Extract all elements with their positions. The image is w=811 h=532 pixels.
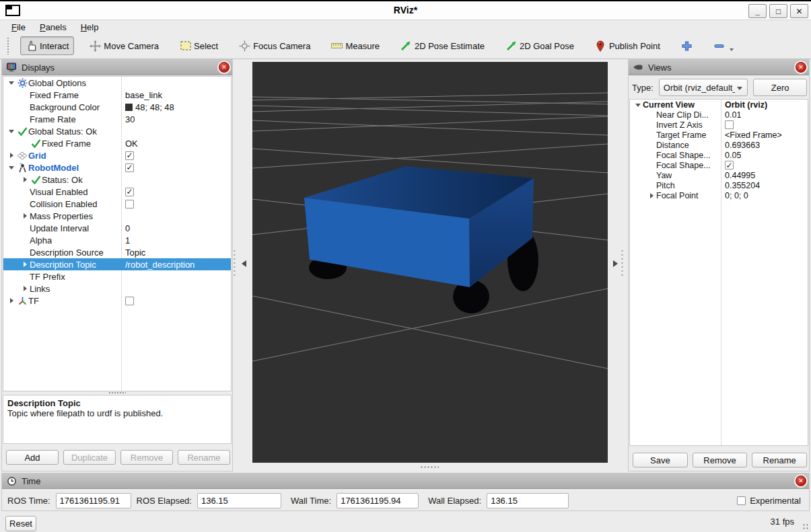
toolbar-2d-pose-estimate-button[interactable]: 2D Pose Estimate <box>395 36 490 55</box>
reset-button[interactable]: Reset <box>5 516 36 531</box>
property-value[interactable]: Topic <box>125 248 145 258</box>
tree-row-grid[interactable]: Grid <box>3 149 231 161</box>
tree-row-collision-enabled[interactable]: Collision Enabled <box>3 198 231 210</box>
toolbar-drag-handle[interactable] <box>7 37 10 54</box>
expander-icon[interactable] <box>6 153 16 158</box>
expander-icon[interactable] <box>20 286 30 291</box>
property-value[interactable]: 48; 48; 48 <box>135 102 174 112</box>
tree-row-near-clip-di[interactable]: Near Clip Di...0.01 <box>630 110 808 120</box>
tree-row-pitch[interactable]: Pitch0.355204 <box>630 180 808 190</box>
add-button[interactable]: Add <box>6 450 59 465</box>
toolbar-minus-button[interactable] <box>708 36 730 55</box>
menu-file[interactable]: File <box>10 22 27 32</box>
collapse-right-icon[interactable] <box>613 260 621 267</box>
chevron-down-icon[interactable] <box>730 48 734 53</box>
rename-button[interactable]: Rename <box>752 453 807 467</box>
property-value[interactable]: 0.44995 <box>725 171 755 180</box>
toolbar-publish-point-button[interactable]: Publish Point <box>590 36 666 55</box>
property-value[interactable]: 30 <box>125 114 135 124</box>
tree-row-focal-point[interactable]: Focal Point0; 0; 0 <box>630 190 808 200</box>
tree-row-mass-properties[interactable]: Mass Properties <box>3 210 231 222</box>
ros-time-field[interactable] <box>56 493 131 508</box>
robotmodel-checkbox[interactable] <box>125 163 134 172</box>
menu-help[interactable]: Help <box>79 22 100 32</box>
toolbar-interact-button[interactable]: Interact <box>20 36 74 55</box>
tree-row-yaw[interactable]: Yaw0.44995 <box>630 170 808 180</box>
tree-row-description-topic[interactable]: Description Topic/robot_description <box>3 258 231 270</box>
tree-row-background-color[interactable]: Background Color48; 48; 48 <box>3 101 231 113</box>
toolbar-plus-button[interactable] <box>676 36 698 55</box>
menu-panels[interactable]: Panels <box>38 22 68 32</box>
expander-icon[interactable] <box>20 262 30 267</box>
tree-row-robotmodel[interactable]: RobotModel <box>3 161 231 174</box>
expander-icon[interactable] <box>6 298 16 303</box>
tree-row-tf-prefix[interactable]: TF Prefix <box>3 270 231 282</box>
property-value[interactable]: 0 <box>125 223 130 233</box>
tree-row-focal-shape[interactable]: Focal Shape...0.05 <box>630 150 808 160</box>
view-type-dropdown[interactable]: Orbit (rviz_default_p <box>659 79 748 96</box>
tree-row-distance[interactable]: Distance0.693663 <box>630 140 808 150</box>
tree-row-description-source[interactable]: Description SourceTopic <box>3 246 231 258</box>
remove-button[interactable]: Remove <box>693 453 748 467</box>
property-value[interactable]: 0.01 <box>725 110 741 120</box>
collision-enabled-checkbox[interactable] <box>125 200 134 208</box>
tree-row-links[interactable]: Links <box>3 282 231 295</box>
tree-row-focal-shape[interactable]: Focal Shape... <box>630 160 808 170</box>
bottom-splitter-handle[interactable] <box>420 466 439 468</box>
tf-checkbox[interactable] <box>125 297 134 305</box>
property-value[interactable]: 1 <box>125 235 130 245</box>
minimize-button[interactable]: _ <box>748 4 767 18</box>
left-splitter-handle[interactable] <box>234 249 236 278</box>
tree-row-alpha[interactable]: Alpha1 <box>3 234 231 246</box>
tree-row-frame-rate[interactable]: Frame Rate30 <box>3 113 231 125</box>
tree-row-tf[interactable]: TF <box>3 295 231 307</box>
tree-row-update-interval[interactable]: Update Interval0 <box>3 222 231 234</box>
property-value[interactable]: 0.355204 <box>725 181 760 190</box>
render-viewport[interactable] <box>252 62 608 463</box>
collapse-left-icon[interactable] <box>238 260 246 267</box>
views-panel-header[interactable]: Views ✕ <box>629 60 809 75</box>
views-close-icon[interactable]: ✕ <box>796 62 806 73</box>
tree-row-current-view[interactable]: Current ViewOrbit (rviz) <box>630 100 808 110</box>
focal-shape-checkbox[interactable] <box>725 161 734 169</box>
toolbar-select-button[interactable]: Select <box>174 36 223 55</box>
tree-row-fixed-frame[interactable]: Fixed Framebase_link <box>3 89 231 101</box>
tree-row-visual-enabled[interactable]: Visual Enabled <box>3 186 231 198</box>
property-value[interactable]: 0.05 <box>725 151 741 160</box>
tree-row-global-options[interactable]: Global Options <box>3 77 231 89</box>
toolbar-focus-camera-button[interactable]: Focus Camera <box>234 36 316 55</box>
resize-grip[interactable] <box>802 523 809 530</box>
property-value[interactable]: base_link <box>125 90 162 100</box>
close-button[interactable]: ✕ <box>790 4 808 18</box>
visual-enabled-checkbox[interactable] <box>125 188 134 196</box>
toolbar-measure-button[interactable]: Measure <box>326 36 385 55</box>
expander-icon[interactable] <box>6 126 16 136</box>
tree-row-global-status-ok[interactable]: Global Status: Ok <box>3 125 231 137</box>
tree-row-target-frame[interactable]: Target Frame<Fixed Frame> <box>630 130 808 140</box>
toolbar-2d-goal-pose-button[interactable]: 2D Goal Pose <box>500 36 579 55</box>
property-value[interactable]: Orbit (rviz) <box>725 100 767 110</box>
grid-checkbox[interactable] <box>125 151 134 160</box>
property-value[interactable]: /robot_description <box>125 260 195 270</box>
ros-elapsed-field[interactable] <box>197 493 281 508</box>
toolbar-move-camera-button[interactable]: Move Camera <box>84 36 164 55</box>
displays-panel-header[interactable]: Displays ✕ <box>2 60 232 75</box>
expander-icon[interactable] <box>6 78 16 87</box>
tree-row-invert-z-axis[interactable]: Invert Z Axis <box>630 120 808 130</box>
property-value[interactable]: OK <box>125 139 138 149</box>
expander-icon[interactable] <box>20 213 30 219</box>
property-value[interactable]: <Fixed Frame> <box>725 130 782 140</box>
expander-icon[interactable] <box>646 193 656 198</box>
tree-row-fixed-frame[interactable]: Fixed FrameOK <box>3 137 231 149</box>
right-splitter-handle[interactable] <box>621 249 623 278</box>
property-value[interactable]: 0; 0; 0 <box>725 191 748 200</box>
displays-close-icon[interactable]: ✕ <box>219 62 230 73</box>
zero-button[interactable]: Zero <box>753 79 807 96</box>
save-button[interactable]: Save <box>633 453 688 467</box>
invert-z-axis-checkbox[interactable] <box>725 120 734 129</box>
property-value[interactable]: 0.693663 <box>725 141 760 150</box>
tree-row-status-ok[interactable]: Status: Ok <box>3 174 231 186</box>
expander-icon[interactable] <box>6 163 16 172</box>
wall-time-field[interactable] <box>337 493 419 508</box>
maximize-button[interactable]: □ <box>769 4 787 18</box>
